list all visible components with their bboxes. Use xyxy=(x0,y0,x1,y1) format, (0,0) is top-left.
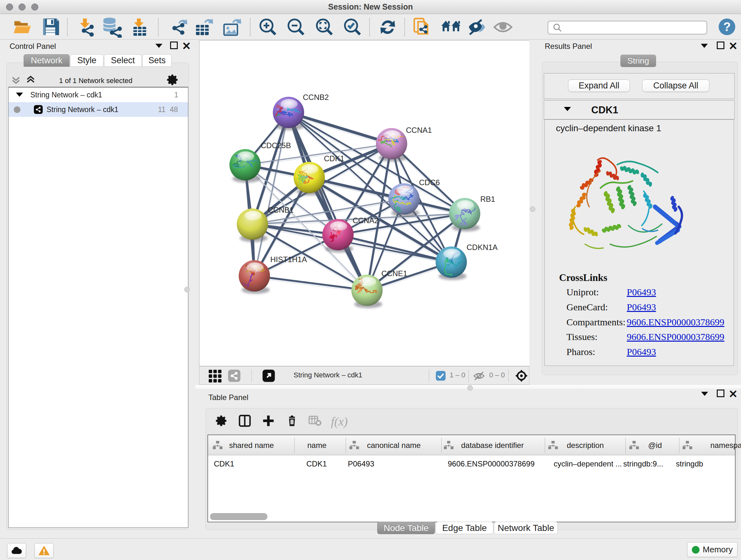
svg-text:CCNB2: CCNB2 xyxy=(303,93,329,102)
svg-text:CDK1: CDK1 xyxy=(324,154,344,163)
svg-text:CDC25B: CDC25B xyxy=(261,141,291,150)
svg-text:CCNE1: CCNE1 xyxy=(381,269,407,278)
svg-text:CDC6: CDC6 xyxy=(419,178,440,187)
svg-text:RB1: RB1 xyxy=(480,195,495,203)
svg-text:CCNA2: CCNA2 xyxy=(353,216,379,225)
svg-text:HIST1H1A: HIST1H1A xyxy=(270,255,307,264)
svg-text:CCNA1: CCNA1 xyxy=(406,126,432,134)
svg-text:CDKN1A: CDKN1A xyxy=(467,243,497,252)
svg-text:CCNB1: CCNB1 xyxy=(268,206,293,214)
